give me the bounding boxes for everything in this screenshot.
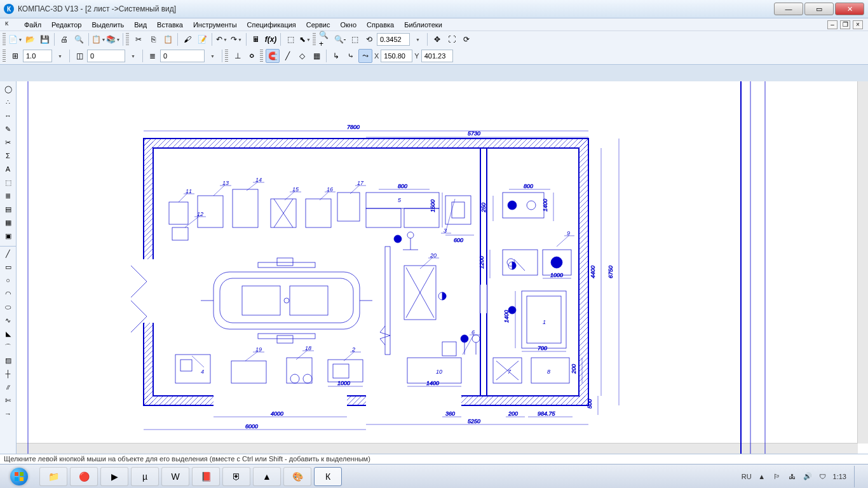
menu-editor[interactable]: Редактор: [46, 20, 86, 30]
menu-view[interactable]: Вид: [129, 20, 152, 30]
style-dd-button[interactable]: ▼: [205, 49, 219, 63]
step-button[interactable]: ⊞: [8, 49, 22, 63]
snap-mid-button[interactable]: ╱: [280, 49, 294, 63]
task-wot-button[interactable]: ⛨: [222, 467, 250, 486]
task-paint-button[interactable]: 🎨: [283, 467, 311, 486]
mdi-minimize-button[interactable]: –: [827, 20, 837, 29]
toolbar-handle[interactable]: [126, 33, 129, 46]
redraw-button[interactable]: ⟳: [459, 32, 473, 46]
layer-dd-button[interactable]: ▼: [126, 49, 140, 63]
measure-tool-icon[interactable]: A: [1, 163, 15, 175]
zoom-in-button[interactable]: 🔍+: [318, 32, 332, 46]
layer-input[interactable]: [87, 50, 125, 62]
zoom-prev-button[interactable]: ⟲: [362, 32, 376, 46]
task-kmp-button[interactable]: ▶: [100, 467, 128, 486]
layer-button[interactable]: ◫: [72, 49, 86, 63]
geom-tool-icon[interactable]: ◯: [1, 83, 15, 95]
arc-tool-icon[interactable]: ◠: [1, 287, 15, 300]
calc-button[interactable]: 🖩: [249, 32, 263, 46]
step-input[interactable]: [23, 50, 52, 62]
select-all-button[interactable]: ⬚: [283, 32, 297, 46]
step-dd-button[interactable]: ▼: [53, 49, 67, 63]
menu-service[interactable]: Сервис: [301, 20, 336, 30]
redo-button[interactable]: ↷▼: [229, 32, 243, 46]
task-utorrent-button[interactable]: µ: [131, 467, 159, 486]
properties-button[interactable]: 📋▼: [92, 32, 105, 46]
layers-mgr-button[interactable]: ≣: [146, 49, 159, 63]
tray-shield-icon[interactable]: 🛡: [818, 471, 828, 482]
save-button[interactable]: 💾: [37, 32, 51, 46]
tray-network-icon[interactable]: 🖧: [787, 471, 797, 482]
menu-libs[interactable]: Библиотеки: [399, 20, 447, 30]
trim-tool-icon[interactable]: ✄: [1, 394, 15, 407]
ortho-button[interactable]: ⊥: [231, 49, 245, 63]
circle-tool-icon[interactable]: ○: [1, 274, 15, 287]
extend-tool-icon[interactable]: →: [1, 407, 15, 420]
mdi-restore-button[interactable]: ❐: [840, 20, 850, 29]
start-button[interactable]: [4, 466, 34, 487]
tray-up-icon[interactable]: ▲: [757, 471, 767, 482]
select-tool-icon[interactable]: ⬚: [1, 176, 15, 189]
new-doc-button[interactable]: 📄▼: [8, 32, 22, 46]
zoom-out-button[interactable]: 🔍-: [333, 32, 347, 46]
edit-tool-icon[interactable]: ✂: [1, 136, 15, 149]
menu-spec[interactable]: Спецификация: [242, 20, 301, 30]
window-minimize-button[interactable]: —: [774, 3, 803, 15]
hatch-tool-icon[interactable]: ▨: [1, 354, 15, 367]
task-explorer-button[interactable]: 📁: [39, 467, 67, 486]
open-button[interactable]: 📂: [23, 32, 37, 46]
coord-x-input[interactable]: [381, 50, 412, 62]
menu-file[interactable]: Файл: [19, 20, 46, 30]
dim-tool-icon[interactable]: ↔: [1, 109, 15, 122]
param-tool-icon[interactable]: Σ: [1, 149, 15, 162]
drawing-canvas[interactable]: 11 12 13 14 15 16 17 5 3 20 6 4 19 18 2 …: [17, 81, 868, 454]
menu-insert[interactable]: Вставка: [152, 20, 188, 30]
snap-toggle-button[interactable]: ⤳: [358, 49, 372, 63]
toolbar-handle[interactable]: [260, 50, 263, 62]
report-tool-icon[interactable]: ▤: [1, 203, 15, 215]
tray-volume-icon[interactable]: 🔊: [803, 471, 813, 482]
zoom-fit-button[interactable]: ⛶: [445, 32, 459, 46]
window-maximize-button[interactable]: ▭: [804, 3, 834, 15]
toolbar-handle[interactable]: [3, 33, 6, 46]
snap-end-button[interactable]: ◇: [295, 49, 309, 63]
show-desktop-button[interactable]: [854, 466, 860, 487]
pointer-button[interactable]: ⬉▼: [298, 32, 312, 46]
vars-button[interactable]: f(x): [264, 32, 278, 46]
fillet-tool-icon[interactable]: ⌒: [1, 341, 15, 353]
props2-button[interactable]: 📝: [195, 32, 209, 46]
axis-tool-icon[interactable]: ┼: [1, 367, 15, 380]
snap-on-button[interactable]: 🧲: [266, 49, 280, 63]
tray-flag-icon[interactable]: 🏳: [772, 471, 782, 482]
coord-y-input[interactable]: [421, 50, 453, 62]
window-close-button[interactable]: ✕: [835, 3, 864, 15]
menu-select[interactable]: Выделить: [86, 20, 129, 30]
print-button[interactable]: 🖨: [57, 32, 71, 46]
spec-tool-icon[interactable]: ≣: [1, 189, 15, 202]
text-tool-icon[interactable]: ✎: [1, 123, 15, 135]
snap-grid-button[interactable]: ▦: [309, 49, 323, 63]
toolbar-handle[interactable]: [313, 33, 316, 46]
task-kompas-button[interactable]: К: [314, 467, 342, 486]
undo-button[interactable]: ↶▼: [215, 32, 229, 46]
style-input[interactable]: [160, 50, 205, 62]
menu-help[interactable]: Справка: [362, 20, 399, 30]
cut-button[interactable]: ✂: [132, 32, 146, 46]
chamfer-tool-icon[interactable]: ◣: [1, 327, 15, 340]
rect-tool-icon[interactable]: ▭: [1, 261, 15, 273]
toolbar-handle[interactable]: [3, 50, 6, 62]
zoom-window-button[interactable]: ⬚: [348, 32, 362, 46]
view-tool-icon[interactable]: ▣: [1, 229, 15, 242]
toolbar-handle[interactable]: [225, 50, 228, 62]
tray-lang[interactable]: RU: [742, 473, 752, 480]
point-tool-icon[interactable]: ∴: [1, 96, 15, 109]
zoom-dd-button[interactable]: ▼: [410, 32, 424, 46]
round-button[interactable]: ⭘: [245, 49, 259, 63]
tray-clock[interactable]: 1:13: [833, 473, 846, 480]
task-pdf-button[interactable]: 📕: [192, 467, 220, 486]
copy-button[interactable]: ⎘: [146, 32, 160, 46]
insert-tool-icon[interactable]: ▦: [1, 216, 15, 229]
gc-button[interactable]: ⤷: [344, 49, 358, 63]
ellipse-tool-icon[interactable]: ⬭: [1, 301, 15, 313]
preview-button[interactable]: 🔍: [72, 32, 86, 46]
